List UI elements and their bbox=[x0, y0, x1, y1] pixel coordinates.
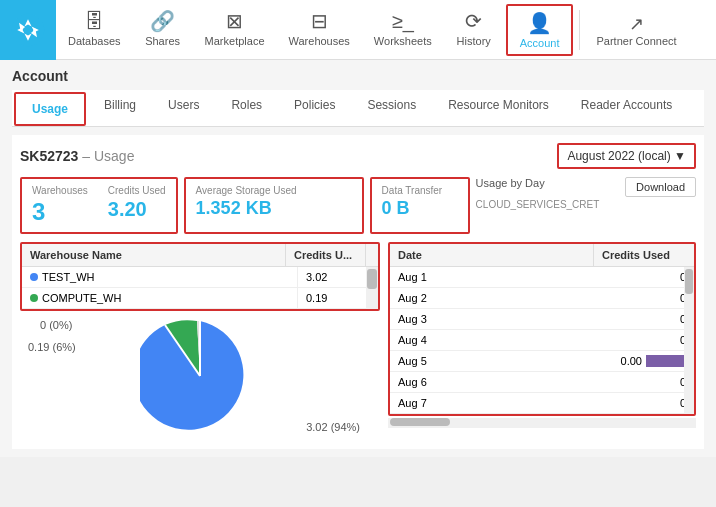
top-navigation: 🗄 Databases 🔗 Shares ⊠ Marketplace ⊟ War… bbox=[0, 0, 716, 60]
usage-by-day-section: Usage by Day Download CLOUD_SERVICES_CRE… bbox=[476, 177, 696, 234]
nav-shares[interactable]: 🔗 Shares bbox=[133, 0, 193, 60]
vertical-scrollbar[interactable] bbox=[366, 267, 378, 309]
scroll-spacer bbox=[366, 244, 378, 266]
pie-label-6pct: 0.19 (6%) bbox=[28, 341, 76, 353]
nav-worksheets[interactable]: ≥_ Worksheets bbox=[362, 0, 444, 60]
tab-users[interactable]: Users bbox=[152, 90, 215, 126]
pie-chart-svg bbox=[140, 316, 260, 436]
scrollbar-thumb bbox=[367, 269, 377, 289]
logo bbox=[0, 0, 56, 60]
tab-roles[interactable]: Roles bbox=[215, 90, 278, 126]
tab-reader-accounts[interactable]: Reader Accounts bbox=[565, 90, 688, 126]
warehouses-icon: ⊟ bbox=[311, 9, 328, 33]
right-vertical-scrollbar[interactable] bbox=[684, 267, 694, 414]
metrics-row: Warehouses 3 Credits Used 3.20 Average S… bbox=[20, 177, 696, 234]
table-row: Aug 3 0 bbox=[390, 309, 694, 330]
metric-right-group: Data Transfer 0 B Usage by Day Download … bbox=[370, 177, 696, 234]
nav-warehouses[interactable]: ⊟ Warehouses bbox=[277, 0, 362, 60]
worksheets-icon: ≥_ bbox=[392, 10, 414, 33]
account-id-title: SK52723 – Usage bbox=[20, 148, 134, 164]
table-row: TEST_WH 3.02 bbox=[22, 267, 378, 288]
warehouses-metric: Warehouses 3 bbox=[32, 185, 88, 226]
table-row: Aug 5 0.00 bbox=[390, 351, 694, 372]
table-row: Aug 1 0 bbox=[390, 267, 694, 288]
tables-section: Warehouse Name Credits U... TEST_WH 3.02 bbox=[20, 242, 696, 441]
credits-table: Date Credits Used Aug 1 0 Aug 2 0 bbox=[388, 242, 696, 416]
date-selector[interactable]: August 2022 (local) ▼ bbox=[557, 143, 696, 169]
warehouse-name-cell: TEST_WH bbox=[22, 267, 298, 287]
sub-navigation: Usage Billing Users Roles Policies Sessi… bbox=[12, 90, 704, 127]
page-title: Account bbox=[12, 68, 704, 84]
nav-databases[interactable]: 🗄 Databases bbox=[56, 0, 133, 60]
credits-table-body: Aug 1 0 Aug 2 0 Aug 3 0 Aug 4 bbox=[390, 267, 694, 414]
nav-account[interactable]: 👤 Account bbox=[506, 4, 574, 56]
metric-warehouses-credits: Warehouses 3 Credits Used 3.20 bbox=[20, 177, 178, 234]
warehouse-table-body: TEST_WH 3.02 COMPUTE_WH 0.19 bbox=[22, 267, 378, 309]
nav-items: 🗄 Databases 🔗 Shares ⊠ Marketplace ⊟ War… bbox=[56, 0, 716, 60]
tab-resource-monitors[interactable]: Resource Monitors bbox=[432, 90, 565, 126]
warehouse-table: Warehouse Name Credits U... TEST_WH 3.02 bbox=[20, 242, 380, 311]
table-row: Aug 4 0 bbox=[390, 330, 694, 351]
table-row: Aug 6 0 bbox=[390, 372, 694, 393]
h-scrollbar-thumb bbox=[390, 418, 450, 426]
pie-chart-area: 0 (0%) 0.19 (6%) bbox=[20, 311, 380, 441]
tab-policies[interactable]: Policies bbox=[278, 90, 351, 126]
svg-point-0 bbox=[12, 13, 44, 45]
horizontal-scrollbar[interactable] bbox=[388, 418, 696, 428]
metric-storage: Average Storage Used 1.352 KB bbox=[184, 177, 364, 234]
warehouse-name-cell: COMPUTE_WH bbox=[22, 288, 298, 308]
usage-content: SK52723 – Usage August 2022 (local) ▼ Wa… bbox=[12, 135, 704, 449]
usage-section-label: – Usage bbox=[82, 148, 134, 164]
table-row: Aug 7 0 bbox=[390, 393, 694, 414]
left-panel: Warehouse Name Credits U... TEST_WH 3.02 bbox=[20, 242, 380, 441]
download-button[interactable]: Download bbox=[625, 177, 696, 197]
usage-day-header: Usage by Day Download bbox=[476, 177, 696, 197]
warehouse-dot-green bbox=[30, 294, 38, 302]
table-row: Aug 2 0 bbox=[390, 288, 694, 309]
partner-connect-icon: ↗ bbox=[629, 13, 644, 35]
pie-label-0pct: 0 (0%) bbox=[40, 319, 72, 331]
table-row: COMPUTE_WH 0.19 bbox=[22, 288, 378, 309]
shares-icon: 🔗 bbox=[150, 9, 175, 33]
marketplace-icon: ⊠ bbox=[226, 9, 243, 33]
metric-labels: Warehouses 3 Credits Used 3.20 bbox=[32, 185, 166, 226]
metric-transfer: Data Transfer 0 B bbox=[370, 177, 470, 234]
tab-sessions[interactable]: Sessions bbox=[351, 90, 432, 126]
warehouse-dot-blue bbox=[30, 273, 38, 281]
sk-header-row: SK52723 – Usage August 2022 (local) ▼ bbox=[20, 143, 696, 169]
tab-usage[interactable]: Usage bbox=[14, 92, 86, 126]
nav-divider bbox=[579, 10, 580, 50]
main-content: Account Usage Billing Users Roles Polici… bbox=[0, 60, 716, 457]
credits-metric: Credits Used 3.20 bbox=[108, 185, 166, 226]
pie-label-94pct: 3.02 (94%) bbox=[306, 421, 360, 433]
right-panel: Date Credits Used Aug 1 0 Aug 2 0 bbox=[388, 242, 696, 441]
credits-table-header: Date Credits Used bbox=[390, 244, 694, 267]
account-icon: 👤 bbox=[527, 11, 552, 35]
nav-partner-connect[interactable]: ↗ Partner Connect bbox=[584, 5, 688, 55]
databases-icon: 🗄 bbox=[84, 10, 104, 33]
scrollbar-thumb bbox=[685, 269, 693, 294]
credit-bar-indicator bbox=[646, 355, 686, 367]
tab-billing[interactable]: Billing bbox=[88, 90, 152, 126]
warehouse-table-header: Warehouse Name Credits U... bbox=[22, 244, 378, 267]
nav-history[interactable]: ⟳ History bbox=[444, 0, 504, 60]
nav-marketplace[interactable]: ⊠ Marketplace bbox=[193, 0, 277, 60]
history-icon: ⟳ bbox=[465, 9, 482, 33]
